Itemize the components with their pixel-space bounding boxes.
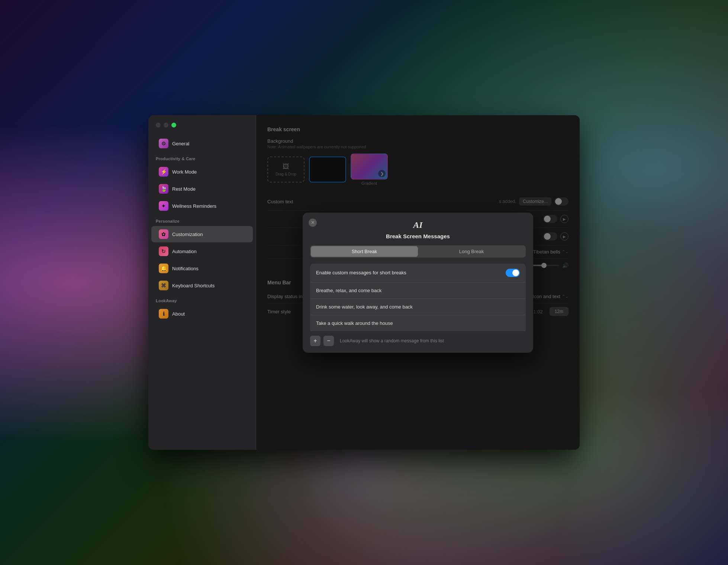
shortcuts-icon: ⌘	[159, 281, 168, 290]
modal-close-button[interactable]: ✕	[309, 219, 317, 227]
restmode-icon: 🍃	[159, 184, 168, 194]
sidebar-item-workmode[interactable]: ⚡ Work Mode	[151, 164, 253, 180]
enable-custom-messages-row: Enable custom messages for short breaks	[310, 264, 526, 282]
sidebar-item-restmode-label: Rest Mode	[172, 186, 196, 192]
message-item-0: Breathe, relax, and come back	[310, 282, 526, 299]
message-text-2: Take a quick walk around the house	[316, 320, 393, 326]
notifications-icon: 🔔	[159, 264, 168, 273]
sidebar-item-customization-label: Customization	[172, 232, 203, 237]
messages-list: Breathe, relax, and come back Drink some…	[310, 282, 526, 331]
about-icon: ℹ	[159, 309, 168, 319]
tab-short-break[interactable]: Short Break	[311, 246, 418, 257]
general-icon: ⚙	[159, 139, 168, 148]
enable-custom-messages-toggle[interactable]	[506, 269, 520, 277]
message-text-1: Drink some water, look away, and come ba…	[316, 304, 413, 310]
ai-icon: AI	[413, 220, 422, 230]
modal-title: Break Screen Messages	[386, 233, 450, 239]
wellness-icon: ✦	[159, 201, 168, 211]
enable-custom-messages-label: Enable custom messages for short breaks	[316, 270, 406, 275]
personalize-section-label: Personalize	[148, 214, 256, 226]
modal-tabs: Short Break Long Break	[310, 245, 526, 258]
add-message-button[interactable]: +	[310, 336, 320, 346]
sidebar-item-wellness-label: Wellness Reminders	[172, 203, 216, 209]
message-text-0: Breathe, relax, and come back	[316, 288, 381, 293]
customization-icon: ✿	[159, 229, 168, 239]
close-button[interactable]	[156, 123, 161, 127]
sidebar-item-shortcuts-label: Keyboard Shortcuts	[172, 283, 215, 288]
footer-hint: LookAway will show a random message from…	[340, 338, 444, 343]
sidebar: ⚙ General Productivity & Care ⚡ Work Mod…	[148, 115, 256, 450]
sidebar-item-restmode[interactable]: 🍃 Rest Mode	[151, 181, 253, 197]
modal-footer: + − LookAway will show a random message …	[303, 331, 533, 353]
productivity-section-label: Productivity & Care	[148, 152, 256, 163]
message-item-2: Take a quick walk around the house	[310, 315, 526, 331]
sidebar-item-workmode-label: Work Mode	[172, 169, 197, 175]
lookaway-section-label: LookAway	[148, 294, 256, 305]
sidebar-item-general[interactable]: ⚙ General	[151, 135, 253, 152]
sidebar-item-about[interactable]: ℹ About	[151, 306, 253, 322]
minimize-button[interactable]	[164, 123, 168, 127]
automation-icon: ↻	[159, 246, 168, 256]
sidebar-item-wellness[interactable]: ✦ Wellness Reminders	[151, 198, 253, 214]
sidebar-item-shortcuts[interactable]: ⌘ Keyboard Shortcuts	[151, 277, 253, 294]
window-controls	[148, 123, 256, 135]
sidebar-item-automation-label: Automation	[172, 249, 197, 254]
message-item-1: Drink some water, look away, and come ba…	[310, 299, 526, 315]
sidebar-item-customization[interactable]: ✿ Customization	[151, 226, 253, 242]
sidebar-item-about-label: About	[172, 311, 185, 317]
close-icon: ✕	[311, 220, 315, 225]
sidebar-item-notifications-label: Notifications	[172, 266, 199, 271]
workmode-icon: ⚡	[159, 167, 168, 177]
modal-content: Enable custom messages for short breaks …	[303, 264, 533, 331]
sidebar-item-general-label: General	[172, 141, 189, 146]
modal-header: ✕ AI Break Screen Messages	[303, 213, 533, 245]
sidebar-item-automation[interactable]: ↻ Automation	[151, 243, 253, 259]
break-screen-messages-modal: ✕ AI Break Screen Messages Short Break L…	[303, 213, 533, 353]
modal-overlay: ✕ AI Break Screen Messages Short Break L…	[256, 115, 580, 450]
remove-message-button[interactable]: −	[323, 336, 334, 346]
maximize-button[interactable]	[171, 123, 176, 127]
main-content: Break screen Background Note: Animated w…	[256, 115, 580, 450]
app-window: ⚙ General Productivity & Care ⚡ Work Mod…	[148, 115, 580, 450]
tab-long-break[interactable]: Long Break	[418, 246, 525, 257]
sidebar-item-notifications[interactable]: 🔔 Notifications	[151, 260, 253, 277]
